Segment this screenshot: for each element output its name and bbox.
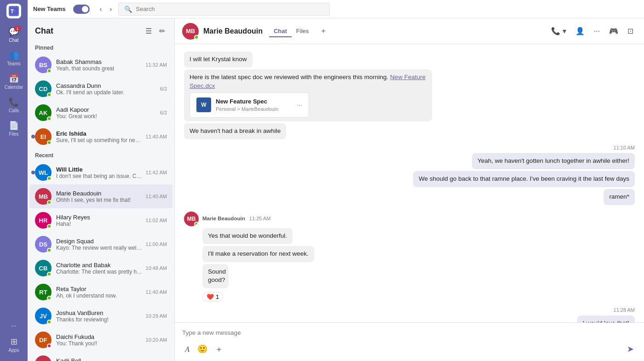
- status-dot: [47, 140, 52, 145]
- chat-item-eric[interactable]: EI Eric Ishida Sure, I'll set up somethi…: [29, 125, 172, 149]
- chat-item-reta[interactable]: RT Reta Taylor Ah, ok I understand now. …: [29, 280, 172, 304]
- avatar-mb: MB: [184, 212, 199, 226]
- chat-time: 11:02 AM: [146, 218, 167, 223]
- add-tab-button[interactable]: ＋: [318, 24, 329, 38]
- message-bubble: I will let Krystal know: [184, 52, 253, 68]
- nav-forward-button[interactable]: ›: [107, 4, 115, 14]
- message-input[interactable]: [182, 327, 637, 338]
- timestamp: 11:28 AM: [184, 307, 635, 313]
- chat-time: 11:40 AM: [146, 194, 167, 199]
- avatar-wrap: KB: [35, 355, 52, 361]
- unread-dot: [31, 171, 35, 174]
- nav-item-chat[interactable]: 💬 1 Chat: [2, 24, 26, 46]
- timestamp: 11:10 AM: [184, 145, 635, 150]
- chat-item-daichi[interactable]: DF Daichi Fukuda You: Thank you!! 10:20 …: [29, 328, 172, 352]
- tab-files[interactable]: Files: [292, 26, 313, 37]
- chat-item-charlotte[interactable]: CB Charlotte and Babak Charlotte: The cl…: [29, 256, 172, 280]
- nav-back-button[interactable]: ‹: [97, 4, 105, 14]
- pinned-label: Pinned: [28, 41, 174, 53]
- attach-button[interactable]: ＋: [212, 342, 226, 356]
- message-bubble: I'll make a reservation for next week.: [202, 246, 314, 262]
- chat-item-aadi[interactable]: AK Aadi Kapoor You: Great work! 6/2: [29, 101, 172, 125]
- msg-sender: Marie Beaudouin 11:25 AM: [202, 216, 270, 221]
- status-dot: [47, 176, 52, 181]
- chat-info: Kadji Bell You: I like the idea, let's p…: [56, 357, 143, 361]
- chat-preview: I don't see that being an issue. Can you…: [56, 173, 143, 179]
- chat-panel: MB Marie Beaudouin Chat Files ＋ 📞 ▾ 👤 ··…: [175, 18, 644, 361]
- status-dot: [47, 344, 52, 348]
- chat-name: Joshua VanBuren: [56, 309, 143, 316]
- calls-icon: 📞: [9, 97, 19, 107]
- video-call-button[interactable]: 🎮: [606, 24, 621, 38]
- chat-item-kadji[interactable]: KB Kadji Bell You: I like the idea, let'…: [29, 352, 172, 361]
- nav-item-apps[interactable]: ⊞ Apps: [2, 334, 26, 355]
- chat-info: Reta Taylor Ah, ok I understand now.: [56, 286, 143, 299]
- chat-item-marie[interactable]: MB Marie Beaudouin Ohhh I see, yes let m…: [29, 184, 172, 208]
- tab-chat[interactable]: Chat: [269, 26, 292, 37]
- reaction: ❤️ 1: [202, 292, 223, 302]
- reaction-count: 1: [216, 293, 219, 300]
- new-teams-toggle[interactable]: [73, 5, 90, 14]
- message-bubble-wrap: I will let Krystal know: [184, 52, 635, 68]
- message-bubble-wrap-sent: We should go back to that ramne place. I…: [184, 171, 635, 187]
- chat-name: Cassandra Dunn: [56, 82, 157, 89]
- message-bubble-wrap-sent: Yeah, we haven't gotten lunch together i…: [184, 153, 635, 169]
- status-dot: [47, 92, 52, 97]
- people-button[interactable]: 👤: [572, 24, 588, 38]
- sender-info: MB Marie Beaudouin 11:25 AM: [184, 212, 635, 226]
- nav-item-calls[interactable]: 📞 Calls: [2, 94, 26, 116]
- message-bubble-wrap: Sound good? ❤️ 1: [202, 264, 635, 302]
- search-icon: 🔍: [124, 6, 132, 13]
- avatar-wrap: AK: [35, 104, 52, 121]
- search-input[interactable]: [136, 6, 324, 12]
- chat-item-hilary[interactable]: HR Hilary Reyes Haha! 11:02 AM: [29, 208, 172, 232]
- audio-call-button[interactable]: 📞 ▾: [548, 24, 569, 38]
- header-actions: 📞 ▾ 👤 ··· 🎮 ⊡: [548, 24, 637, 38]
- chat-item-babak[interactable]: BS Babak Shammas Yeah, that sounds great…: [29, 53, 172, 77]
- chat-item-will[interactable]: WL Will Little I don't see that being an…: [29, 160, 172, 184]
- spec-link[interactable]: New Feature Spec.dcx: [190, 74, 426, 89]
- search-box[interactable]: 🔍: [118, 3, 330, 16]
- chat-name: Charlotte and Babak: [56, 262, 143, 269]
- chat-item-design[interactable]: DS Design Squad Kayo: The review went re…: [29, 232, 172, 256]
- chat-preview: Kayo: The review went really well! Can't…: [56, 245, 143, 251]
- chat-item-cassandra[interactable]: CD Cassandra Dunn Ok. I'll send an updat…: [29, 77, 172, 101]
- chat-name: Babak Shammas: [56, 58, 143, 65]
- chat-time: 10:20 AM: [146, 337, 167, 343]
- chat-list: Chat ☰ ✏ Pinned BS Babak Shammas Yeah, t…: [28, 18, 175, 361]
- format-button[interactable]: 𝐴: [182, 343, 193, 356]
- message-bubble-sent: ramen*: [604, 189, 635, 205]
- chat-preview: Thanks for reviewing!: [56, 316, 143, 323]
- new-chat-button[interactable]: ✏: [157, 25, 167, 37]
- message-bubble-wrap-sent: ramen*: [184, 189, 635, 205]
- apps-icon: ⊞: [11, 337, 17, 347]
- nav-item-teams[interactable]: 👥 Teams: [2, 47, 26, 69]
- nav-item-files[interactable]: 📄 Files: [2, 118, 26, 139]
- chat-info: Marie Beaudouin Ohhh I see, yes let me f…: [56, 190, 143, 203]
- send-button[interactable]: ➤: [624, 342, 637, 356]
- emoji-button[interactable]: 🙂: [195, 342, 210, 356]
- popout-button[interactable]: ⊡: [624, 24, 637, 38]
- chat-info: Design Squad Kayo: The review went reall…: [56, 238, 143, 251]
- chat-item-joshua[interactable]: JV Joshua VanBuren Thanks for reviewing!…: [29, 304, 172, 328]
- svg-text:T: T: [11, 8, 14, 15]
- file-more-button[interactable]: ···: [297, 101, 302, 110]
- filter-button[interactable]: ☰: [144, 25, 154, 37]
- recent-label: Recent: [28, 149, 174, 160]
- file-type-icon: W: [196, 97, 211, 112]
- nav-item-more[interactable]: ···: [2, 319, 26, 332]
- chat-time: 10:29 AM: [146, 313, 167, 319]
- chat-time: 11:00 AM: [146, 241, 167, 247]
- reaction-emoji: ❤️: [207, 293, 214, 300]
- message-group-received-2: MB Marie Beaudouin 11:25 AM Yes that wou…: [184, 208, 635, 302]
- more-options-button[interactable]: ···: [591, 25, 603, 38]
- message-bubble: We haven't had a break in awhile: [184, 123, 286, 139]
- chat-list-header: Chat ☰ ✏: [28, 18, 174, 41]
- input-toolbar: 𝐴 🙂 ＋ ➤: [182, 342, 637, 356]
- pinned-items: BS Babak Shammas Yeah, that sounds great…: [28, 53, 174, 149]
- chat-name: Reta Taylor: [56, 286, 143, 292]
- msg-sender-time: 11:25 AM: [249, 216, 270, 221]
- chat-preview: Yeah, that sounds great: [56, 65, 143, 72]
- nav-item-calendar[interactable]: 📅 Calendar: [2, 71, 26, 92]
- chat-preview: Haha!: [56, 221, 143, 227]
